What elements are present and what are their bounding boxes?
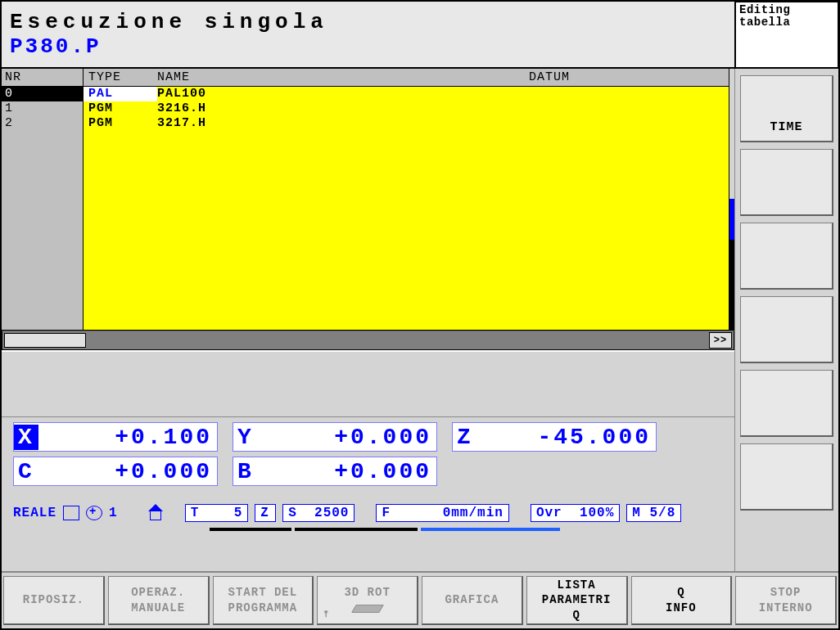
softkey-label: INTERNO [759, 601, 813, 615]
dro-panel: X +0.100 Y +0.000 Z -45.000 C +0.000 [2, 417, 734, 527]
main-area: NR 0 1 2 TYPE NAME DATUM PAL PAL100 PGM … [2, 69, 735, 571]
cell-type: PGM [84, 116, 157, 131]
nr-cell[interactable]: 1 [2, 101, 83, 116]
home-icon [147, 506, 164, 520]
status-ovr: Ovr 100% [531, 504, 620, 522]
softkey-label: 3D ROT [344, 585, 390, 600]
dro-z: Z -45.000 [452, 422, 657, 452]
softkey-3d-rot[interactable]: 3D ROT ⤒ [317, 576, 418, 625]
axis-value-b: +0.000 [258, 459, 436, 484]
softkey-label: INFO [666, 601, 697, 615]
vertical-scroll-indicator [729, 69, 734, 330]
softkey-page-indicator [13, 527, 723, 532]
axis-label-z: Z [453, 425, 477, 450]
cell-name: 3217.H [157, 116, 370, 131]
axis-value-x: +0.100 [38, 425, 217, 450]
datum-icon [63, 506, 79, 520]
axis-label-c: C [14, 459, 38, 484]
softkey-label: PROGRAMMA [228, 601, 298, 615]
softkey-label: START DEL [228, 585, 298, 600]
softkey-label: RIPOSIZ. [23, 592, 84, 607]
softkey-time[interactable]: TIME [740, 75, 833, 142]
status-index: 1 [109, 506, 118, 520]
cell-name: 3216.H [157, 101, 370, 116]
table-row[interactable]: PGM 3216.H [84, 101, 729, 116]
status-bar: REALE 1 T 5 Z S 2500 F 0mm/min Ovr 100% … [13, 502, 723, 524]
col-header-type: TYPE [84, 70, 157, 84]
horizontal-scrollbar[interactable]: >> [2, 331, 734, 350]
probe-icon [86, 506, 102, 520]
data-header: TYPE NAME DATUM [84, 69, 729, 87]
softkey-r6[interactable] [740, 443, 833, 511]
axes-icon: ⤒ [323, 610, 330, 620]
axis-label-y: Y [233, 425, 258, 450]
status-z: Z [255, 504, 276, 522]
mode-title: Esecuzione singola [10, 10, 726, 34]
nr-cell[interactable]: 2 [2, 116, 83, 131]
softkey-label: PARAMETRI [542, 592, 612, 607]
status-f: F 0mm/min [376, 504, 508, 522]
cell-type: PGM [84, 101, 157, 116]
status-s: S 2500 [282, 504, 355, 522]
status-t: T 5 [185, 504, 249, 522]
status-mode: REALE [13, 506, 56, 520]
softkey-label: Q [572, 608, 580, 623]
data-column: TYPE NAME DATUM PAL PAL100 PGM 3216.H PG… [84, 69, 729, 330]
col-header-datum: DATUM [370, 70, 729, 84]
dro-y: Y +0.000 [233, 422, 437, 452]
softkey-label: STOP [770, 585, 802, 600]
col-header-nr: NR [2, 69, 83, 87]
softkey-start-programma[interactable]: START DEL PROGRAMMA [213, 576, 314, 625]
softkey-r5[interactable] [740, 370, 833, 437]
softkey-stop-interno[interactable]: STOP INTERNO [735, 576, 837, 625]
dro-c: C +0.000 [13, 457, 218, 486]
bottom-softkey-row: RIPOSIZ. OPERAZ. MANUALE START DEL PROGR… [2, 571, 838, 628]
softkey-r2[interactable] [740, 149, 833, 216]
aux-mode-line2: tabella [739, 16, 834, 29]
nr-column: NR 0 1 2 [2, 69, 84, 330]
program-file: P380.P [10, 34, 726, 59]
header: Esecuzione singola P380.P [2, 2, 735, 69]
softkey-lista-parametri-q[interactable]: LISTA PARAMETRI Q [526, 576, 628, 625]
axis-value-y: +0.000 [258, 425, 436, 450]
softkey-label: GRAFICA [445, 592, 499, 607]
softkey-label: MANUALE [131, 601, 185, 615]
col-header-name: NAME [157, 70, 370, 84]
softkey-operaz-manuale[interactable]: OPERAZ. MANUALE [108, 576, 210, 625]
softkey-r4[interactable] [740, 296, 833, 363]
softkey-label: LISTA [558, 578, 596, 592]
info-gap [2, 350, 734, 417]
dro-b: B +0.000 [233, 457, 437, 486]
softkey-label: Q [677, 585, 684, 600]
axis-value-c: +0.000 [38, 459, 217, 484]
pallet-table: NR 0 1 2 TYPE NAME DATUM PAL PAL100 PGM … [2, 69, 734, 331]
aux-mode-box: Editing tabella [735, 2, 838, 69]
dro-x: X +0.100 [13, 422, 218, 452]
axis-label-b: B [233, 459, 258, 484]
softkey-q-info[interactable]: Q INFO [631, 576, 733, 625]
hscroll-thumb[interactable] [4, 333, 86, 348]
axis-label-x: X [14, 425, 38, 450]
table-row[interactable]: PGM 3217.H [84, 116, 729, 131]
softkey-grafica[interactable]: GRAFICA [422, 576, 523, 625]
aux-mode-line1: Editing [739, 4, 834, 16]
nr-cell[interactable]: 0 [2, 87, 83, 101]
softkey-label: OPERAZ. [131, 585, 185, 600]
softkey-riposiz[interactable]: RIPOSIZ. [3, 576, 105, 625]
axis-value-z: -45.000 [477, 425, 656, 450]
table-row[interactable]: PAL PAL100 [84, 87, 729, 101]
status-m: M 5/8 [626, 504, 681, 522]
hscroll-next-button[interactable]: >> [709, 332, 732, 349]
rot-3d-icon [351, 605, 384, 613]
cell-type: PAL [84, 87, 157, 101]
softkey-r3[interactable] [740, 223, 833, 290]
cell-name: PAL100 [157, 87, 370, 101]
right-softkey-column: TIME [735, 69, 838, 571]
